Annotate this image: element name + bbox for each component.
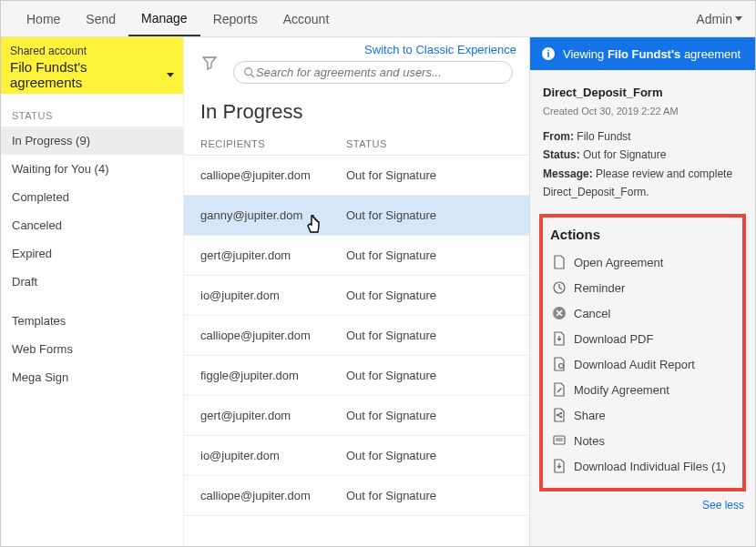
agreement-created: Created Oct 30, 2019 2:22 AM (543, 103, 742, 120)
search-input[interactable] (256, 66, 503, 79)
cell-status: Out for Signature (346, 449, 513, 462)
action-label: Open Agreement (574, 256, 663, 269)
svg-point-9 (560, 416, 562, 418)
status-label: Status: (543, 148, 580, 161)
from-value: Filo Fundst (577, 130, 630, 143)
detail-meta: Direct_Deposit_Form Created Oct 30, 2019… (530, 70, 755, 210)
sidebar-templates[interactable]: Templates (1, 307, 183, 335)
audit-icon (552, 357, 567, 371)
shared-account-selector[interactable]: Shared account Filo Fundst's agreements (1, 37, 183, 94)
action-modify[interactable]: Modify Agreement (550, 377, 735, 402)
action-download-individual[interactable]: Download Individual Files (1) (550, 453, 735, 479)
cell-recipient: calliope@jupiter.dom (200, 168, 346, 182)
filter-in-progress[interactable]: In Progress (9) (1, 127, 183, 155)
search-icon (243, 66, 256, 79)
nav-reports[interactable]: Reports (200, 3, 271, 35)
see-less-link[interactable]: See less (530, 497, 755, 515)
filter-completed[interactable]: Completed (1, 183, 183, 211)
share-icon (552, 408, 567, 422)
page-title: In Progress (184, 84, 529, 133)
table-row[interactable]: gert@jupiter.dom Out for Signature (184, 396, 529, 436)
action-label: Modify Agreement (574, 383, 669, 397)
action-reminder[interactable]: Reminder (550, 275, 735, 300)
action-download-audit[interactable]: Download Audit Report (550, 351, 735, 377)
detail-panel: i Viewing Filo Fundst's agreement Direct… (529, 37, 755, 546)
shared-account-name: Filo Fundst's agreements (10, 59, 161, 90)
table-row[interactable]: calliope@jupiter.dom Out for Signature (184, 476, 529, 516)
detail-banner: i Viewing Filo Fundst's agreement (530, 37, 755, 70)
main-panel: Switch to Classic Experience In Progress… (183, 37, 529, 546)
admin-menu[interactable]: Admin (696, 12, 742, 26)
nav-send[interactable]: Send (73, 3, 128, 35)
cancel-icon (552, 306, 567, 320)
cell-status: Out for Signature (346, 289, 513, 302)
nav-home[interactable]: Home (14, 3, 73, 35)
table-row[interactable]: io@jupiter.dom Out for Signature (184, 276, 529, 316)
table-row[interactable]: calliope@jupiter.dom Out for Signature (184, 316, 529, 356)
info-icon: i (541, 46, 556, 61)
table-row[interactable]: calliope@jupiter.dom Out for Signature (184, 156, 529, 196)
actions-heading: Actions (550, 227, 735, 242)
cell-status: Out for Signature (346, 248, 513, 262)
action-cancel[interactable]: Cancel (550, 300, 735, 326)
action-label: Download Audit Report (574, 358, 695, 371)
shared-account-label: Shared account (10, 45, 174, 57)
svg-point-8 (560, 412, 562, 414)
admin-label: Admin (696, 12, 732, 26)
cell-status: Out for Signature (346, 329, 513, 342)
cell-recipient: gert@jupiter.dom (200, 409, 346, 422)
svg-point-0 (245, 67, 252, 75)
document-icon (552, 255, 567, 269)
action-label: Download PDF (574, 332, 653, 346)
filter-waiting[interactable]: Waiting for You (4) (1, 155, 183, 183)
sidebar-webforms[interactable]: Web Forms (1, 335, 183, 363)
svg-point-6 (559, 364, 564, 369)
action-open-agreement[interactable]: Open Agreement (550, 249, 735, 275)
cell-status: Out for Signature (346, 409, 513, 422)
banner-suffix: agreement (680, 47, 741, 61)
sidebar: Shared account Filo Fundst's agreements … (1, 37, 183, 546)
filter-icon[interactable] (202, 56, 217, 73)
filter-draft[interactable]: Draft (1, 268, 183, 296)
action-share[interactable]: Share (550, 402, 735, 428)
cell-status: Out for Signature (346, 208, 513, 222)
action-label: Reminder (574, 281, 625, 295)
actions-box: Actions Open Agreement Reminder Cancel D… (539, 214, 746, 491)
table-row[interactable]: gert@jupiter.dom Out for Signature (184, 236, 529, 276)
cell-recipient: io@jupiter.dom (200, 449, 346, 462)
download-icon (552, 331, 567, 346)
svg-line-1 (251, 74, 255, 77)
clock-icon (552, 280, 567, 295)
cell-recipient: figgle@jupiter.dom (200, 369, 346, 382)
filter-canceled[interactable]: Canceled (1, 211, 183, 239)
from-label: From: (543, 130, 574, 143)
action-label: Notes (574, 434, 605, 448)
nav-account[interactable]: Account (271, 3, 342, 35)
table-row[interactable]: io@jupiter.dom Out for Signature (184, 436, 529, 476)
edit-icon (552, 382, 567, 397)
table-row[interactable]: figgle@jupiter.dom Out for Signature (184, 356, 529, 396)
col-recipients: RECIPIENTS (200, 138, 346, 149)
classic-link[interactable]: Switch to Classic Experience (364, 43, 516, 56)
agreement-title: Direct_Deposit_Form (543, 83, 742, 103)
table-header: RECIPIENTS STATUS (184, 133, 529, 156)
banner-prefix: Viewing (563, 47, 608, 61)
cell-recipient: gert@jupiter.dom (200, 248, 346, 262)
svg-text:i: i (547, 48, 549, 59)
cell-recipient: calliope@jupiter.dom (200, 489, 346, 502)
chevron-down-icon (735, 16, 742, 21)
table-row[interactable]: ganny@jupiter.dom Out for Signature (184, 196, 529, 236)
chevron-down-icon (167, 73, 174, 77)
filter-expired[interactable]: Expired (1, 239, 183, 268)
status-value: Out for Signature (583, 148, 666, 161)
search-box[interactable] (233, 61, 513, 84)
cell-recipient: io@jupiter.dom (200, 289, 346, 302)
action-notes[interactable]: Notes (550, 428, 735, 453)
cell-status: Out for Signature (346, 168, 513, 182)
action-label: Cancel (574, 307, 610, 320)
banner-name: Filo Fundst's (608, 47, 680, 61)
action-label: Download Individual Files (1) (574, 460, 726, 473)
nav-manage[interactable]: Manage (128, 2, 200, 36)
action-download-pdf[interactable]: Download PDF (550, 326, 735, 351)
sidebar-megasign[interactable]: Mega Sign (1, 363, 183, 391)
